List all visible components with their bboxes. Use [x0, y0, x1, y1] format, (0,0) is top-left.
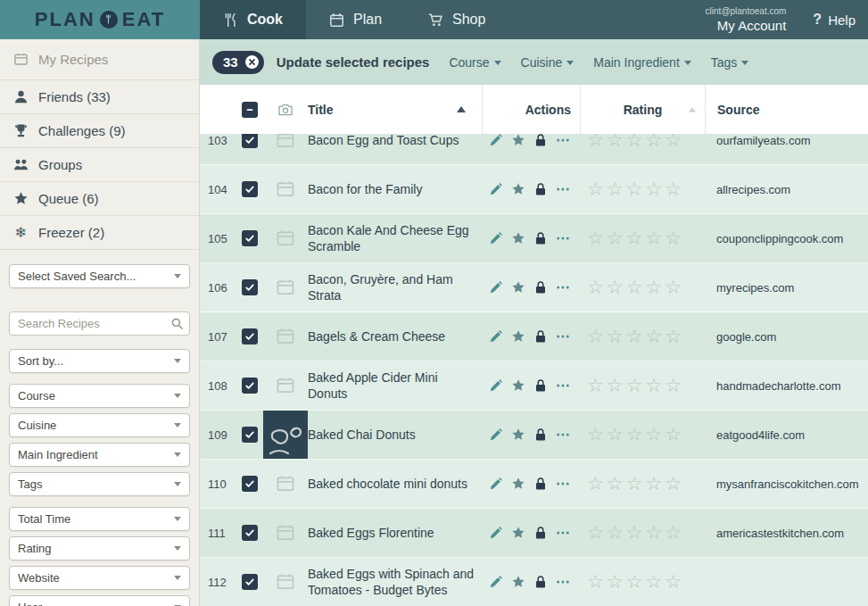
rating-stars[interactable]: ☆☆☆☆☆ — [580, 165, 705, 213]
rating-stars[interactable]: ☆☆☆☆☆ — [580, 134, 705, 164]
column-header-rating[interactable]: Rating — [580, 85, 705, 134]
queue-star-icon[interactable] — [511, 526, 525, 540]
queue-star-icon[interactable] — [511, 329, 525, 344]
filter-select-cuisine[interactable]: Cuisine — [9, 413, 190, 437]
recipe-title[interactable]: Bagels & Cream Cheese — [308, 312, 482, 361]
row-checkbox[interactable] — [242, 427, 258, 443]
edit-icon[interactable] — [489, 575, 503, 589]
row-checkbox[interactable] — [242, 378, 258, 394]
filter-select-total-time[interactable]: Total Time — [9, 507, 190, 531]
queue-star-icon[interactable] — [511, 134, 525, 147]
more-actions-icon[interactable] — [556, 329, 570, 344]
edit-icon[interactable] — [489, 526, 503, 540]
lock-icon[interactable] — [533, 526, 548, 540]
row-checkbox[interactable] — [242, 525, 258, 541]
lock-icon[interactable] — [533, 477, 548, 491]
search-icon[interactable] — [170, 317, 184, 330]
tab-plan[interactable]: Plan — [306, 0, 405, 39]
row-checkbox[interactable] — [242, 181, 258, 197]
select-all-checkbox[interactable] — [242, 102, 258, 118]
edit-icon[interactable] — [489, 378, 503, 393]
edit-icon[interactable] — [489, 428, 503, 442]
row-checkbox[interactable] — [242, 230, 258, 246]
rating-stars[interactable]: ☆☆☆☆☆ — [580, 214, 705, 262]
queue-star-icon[interactable] — [511, 231, 525, 245]
recipe-card-placeholder-icon[interactable] — [276, 228, 295, 248]
recipe-card-placeholder-icon[interactable] — [276, 523, 295, 543]
more-actions-icon[interactable] — [556, 231, 570, 245]
help-button[interactable]: ? Help — [813, 12, 856, 28]
filter-select-main-ingredient[interactable]: Main Ingredient — [9, 443, 190, 467]
search-input[interactable] — [9, 311, 190, 336]
row-checkbox[interactable] — [242, 279, 258, 295]
filter-select-rating[interactable]: Rating — [9, 536, 190, 560]
recipe-title[interactable]: Baked Eggs Florentine — [308, 509, 482, 557]
recipe-title[interactable]: Baked Eggs with Spinach and Tomatoes - B… — [308, 558, 482, 606]
sidebar-item-challenges-9[interactable]: Challenges (9) — [0, 114, 199, 148]
filter-select-user[interactable]: User — [9, 595, 190, 606]
recipe-card-placeholder-icon[interactable] — [276, 327, 295, 346]
edit-icon[interactable] — [489, 134, 503, 147]
bulk-dropdown-main-ingredient[interactable]: Main Ingredient — [593, 55, 691, 70]
bulk-dropdown-tags[interactable]: Tags — [711, 55, 749, 70]
rating-stars[interactable]: ☆☆☆☆☆ — [580, 361, 705, 410]
more-actions-icon[interactable] — [556, 280, 570, 295]
more-actions-icon[interactable] — [556, 134, 570, 147]
recipe-card-placeholder-icon[interactable] — [276, 376, 295, 395]
rating-stars[interactable]: ☆☆☆☆☆ — [580, 263, 705, 311]
sidebar-item-groups[interactable]: Groups — [0, 148, 199, 182]
bulk-dropdown-course[interactable]: Course — [449, 55, 500, 70]
recipe-title[interactable]: Bacon Egg and Toast Cups — [308, 134, 482, 164]
plan-to-eat-logo[interactable]: PLAN EAT — [0, 0, 200, 39]
lock-icon[interactable] — [533, 134, 548, 147]
column-header-source[interactable]: Source — [705, 85, 868, 134]
my-account-menu[interactable]: clint@plantoeat.com My Account — [706, 6, 787, 33]
queue-star-icon[interactable] — [511, 280, 525, 295]
more-actions-icon[interactable] — [556, 182, 570, 196]
sidebar-item-freezer-2[interactable]: ❄Freezer (2) — [0, 216, 199, 250]
recipe-title[interactable]: Baked chocolate mini donuts — [308, 460, 482, 508]
tab-cook[interactable]: Cook — [200, 0, 306, 39]
recipe-title[interactable]: Baked Apple Cider Mini Donuts — [308, 361, 482, 410]
recipe-card-placeholder-icon[interactable] — [276, 474, 295, 494]
tab-shop[interactable]: Shop — [405, 0, 508, 39]
lock-icon[interactable] — [533, 428, 548, 442]
lock-icon[interactable] — [533, 329, 548, 344]
recipe-card-placeholder-icon[interactable] — [276, 179, 295, 199]
sort-select[interactable]: Sort by... — [9, 349, 190, 373]
clear-selection-icon[interactable] — [244, 54, 260, 70]
filter-select-course[interactable]: Course — [9, 384, 190, 408]
queue-star-icon[interactable] — [511, 378, 525, 393]
recipe-photo[interactable] — [263, 411, 308, 459]
recipe-title[interactable]: Bacon, Gruyère, and Ham Strata — [308, 263, 482, 311]
bulk-dropdown-cuisine[interactable]: Cuisine — [521, 55, 575, 70]
more-actions-icon[interactable] — [556, 428, 570, 442]
lock-icon[interactable] — [533, 231, 548, 245]
queue-star-icon[interactable] — [511, 428, 525, 442]
row-checkbox[interactable] — [242, 574, 258, 590]
rating-stars[interactable]: ☆☆☆☆☆ — [580, 558, 705, 606]
rating-stars[interactable]: ☆☆☆☆☆ — [580, 509, 705, 557]
recipe-title[interactable]: Baked Chai Donuts — [308, 411, 482, 459]
queue-star-icon[interactable] — [511, 575, 525, 589]
more-actions-icon[interactable] — [556, 477, 570, 491]
filter-select-tags[interactable]: Tags — [9, 472, 190, 496]
filter-select-website[interactable]: Website — [9, 566, 190, 590]
recipe-title[interactable]: Bacon Kale And Cheese Egg Scramble — [308, 214, 482, 262]
row-checkbox[interactable] — [242, 328, 258, 345]
rating-stars[interactable]: ☆☆☆☆☆ — [580, 312, 705, 361]
column-header-title[interactable]: Title — [308, 85, 482, 134]
row-checkbox[interactable] — [242, 476, 258, 492]
sidebar-item-my-recipes[interactable]: My Recipes — [0, 39, 199, 80]
lock-icon[interactable] — [533, 280, 548, 295]
queue-star-icon[interactable] — [511, 182, 525, 196]
sidebar-item-friends-33[interactable]: Friends (33) — [0, 80, 199, 114]
recipe-title[interactable]: Bacon for the Family — [308, 165, 482, 213]
edit-icon[interactable] — [489, 329, 503, 344]
saved-search-select[interactable]: Select Saved Search... — [9, 264, 190, 288]
lock-icon[interactable] — [533, 575, 548, 589]
more-actions-icon[interactable] — [556, 378, 570, 393]
rating-stars[interactable]: ☆☆☆☆☆ — [580, 460, 705, 508]
edit-icon[interactable] — [489, 182, 503, 196]
more-actions-icon[interactable] — [556, 526, 570, 540]
